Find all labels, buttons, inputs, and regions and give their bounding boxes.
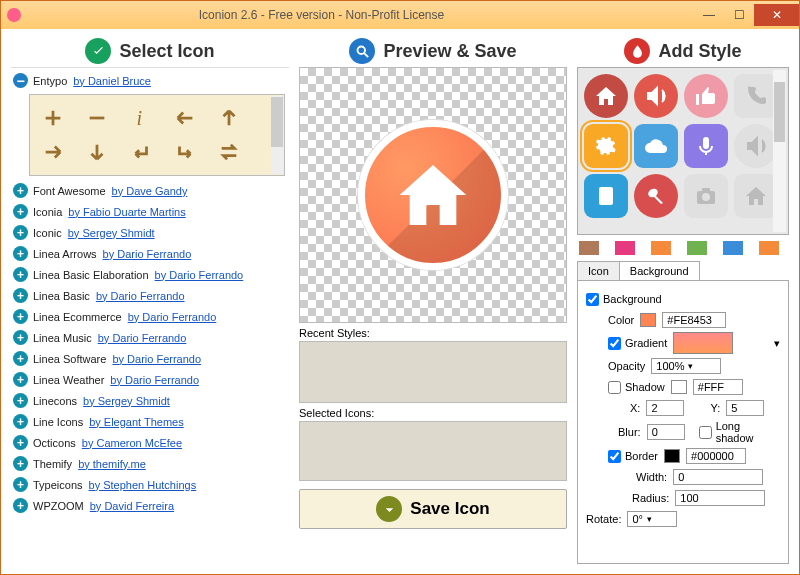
shadow-checkbox[interactable] [608,381,621,394]
pack-row[interactable]: +Linea Basicby Dario Ferrando [11,285,289,306]
pack-author-link[interactable]: by Sergey Shmidt [83,395,170,407]
pack-row[interactable]: +Linea Arrowsby Dario Ferrando [11,243,289,264]
color-input[interactable]: #FE8453 [662,312,726,328]
ret2-icon[interactable] [174,141,196,163]
style-preset[interactable] [734,174,778,218]
pack-row[interactable]: +Linea Basic Elaborationby Dario Ferrand… [11,264,289,285]
expand-icon[interactable]: + [13,393,28,408]
pack-author-link[interactable]: by Stephen Hutchings [89,479,197,491]
pack-author-link[interactable]: by Dario Ferrando [103,248,192,260]
color-swatch[interactable] [687,241,707,255]
minus-icon[interactable] [86,107,108,129]
gradient-dropdown[interactable]: ▾ [774,337,780,350]
border-width-input[interactable] [673,469,763,485]
style-preset[interactable] [634,74,678,118]
pack-author-link[interactable]: by Dario Ferrando [98,332,187,344]
pack-author-link[interactable]: by Dave Gandy [112,185,188,197]
aright-icon[interactable] [42,141,64,163]
pack-author-link[interactable]: by themify.me [78,458,146,470]
color-swatch[interactable] [579,241,599,255]
expand-icon[interactable]: + [13,246,28,261]
pack-row[interactable]: +Font Awesomeby Dave Gandy [11,180,289,201]
close-button[interactable]: ✕ [754,4,799,26]
aup-icon[interactable] [218,107,240,129]
expand-icon[interactable]: + [13,414,28,429]
pack-author-link[interactable]: by Dario Ferrando [96,290,185,302]
blur-input[interactable] [647,424,685,440]
pack-row[interactable]: −Entypoby Daniel Bruce [11,70,289,91]
info-icon[interactable] [130,107,152,129]
aleft-icon[interactable] [174,107,196,129]
style-preset[interactable] [584,174,628,218]
expand-icon[interactable]: + [13,372,28,387]
expand-icon[interactable]: + [13,477,28,492]
style-preset[interactable] [684,124,728,168]
swap-icon[interactable] [218,141,240,163]
style-preset[interactable] [584,74,628,118]
expand-icon[interactable]: + [13,267,28,282]
style-preset[interactable] [684,174,728,218]
expand-icon[interactable]: + [13,498,28,513]
shadow-x-input[interactable] [646,400,684,416]
icon-grid-scrollbar[interactable] [271,96,283,174]
background-checkbox[interactable] [586,293,599,306]
minimize-button[interactable]: — [694,4,724,26]
pack-author-link[interactable]: by David Ferreira [90,500,174,512]
plus-icon[interactable] [42,107,64,129]
pack-row[interactable]: +Lineconsby Sergey Shmidt [11,390,289,411]
pack-row[interactable]: +Linea Musicby Dario Ferrando [11,327,289,348]
color-chip[interactable] [640,313,656,327]
style-preset[interactable] [634,124,678,168]
pack-row[interactable]: +Iconicby Sergey Shmidt [11,222,289,243]
adown-icon[interactable] [86,141,108,163]
maximize-button[interactable]: ☐ [724,4,754,26]
border-radius-input[interactable] [675,490,765,506]
expand-icon[interactable]: + [13,225,28,240]
pack-author-link[interactable]: by Daniel Bruce [73,75,151,87]
expand-icon[interactable]: + [13,204,28,219]
tab-icon[interactable]: Icon [577,261,620,280]
gradient-preview[interactable] [673,332,733,354]
border-color-input[interactable]: #000000 [686,448,746,464]
selected-icons-box[interactable] [299,421,567,481]
opacity-dropdown[interactable]: 100% [651,358,721,374]
ret1-icon[interactable] [130,141,152,163]
pack-author-link[interactable]: by Dario Ferrando [155,269,244,281]
pack-row[interactable]: +Iconiaby Fabio Duarte Martins [11,201,289,222]
style-preset[interactable] [584,124,628,168]
style-preset[interactable] [734,124,778,168]
expand-icon[interactable]: + [13,309,28,324]
tab-background[interactable]: Background [619,261,700,280]
collapse-icon[interactable]: − [13,73,28,88]
expand-icon[interactable]: + [13,456,28,471]
pack-author-link[interactable]: by Cameron McEfee [82,437,182,449]
pack-row[interactable]: +Octiconsby Cameron McEfee [11,432,289,453]
expand-icon[interactable]: + [13,288,28,303]
shadow-color-chip[interactable] [671,380,687,394]
color-swatch[interactable] [651,241,671,255]
recent-styles-box[interactable] [299,341,567,403]
pack-author-link[interactable]: by Elegant Themes [89,416,184,428]
expand-icon[interactable]: + [13,183,28,198]
expand-icon[interactable]: + [13,330,28,345]
border-color-chip[interactable] [664,449,680,463]
expand-icon[interactable]: + [13,435,28,450]
pack-author-link[interactable]: by Fabio Duarte Martins [68,206,185,218]
long-shadow-checkbox[interactable] [699,426,712,439]
pack-author-link[interactable]: by Dario Ferrando [110,374,199,386]
pack-author-link[interactable]: by Dario Ferrando [128,311,217,323]
color-swatch[interactable] [615,241,635,255]
save-icon-button[interactable]: Save Icon [299,489,567,529]
style-preset[interactable] [634,174,678,218]
border-checkbox[interactable] [608,450,621,463]
pack-row[interactable]: +Linea Weatherby Dario Ferrando [11,369,289,390]
pack-row[interactable]: +Linea Softwareby Dario Ferrando [11,348,289,369]
pack-row[interactable]: +Themifyby themify.me [11,453,289,474]
styles-scrollbar[interactable] [773,70,786,232]
shadow-color-input[interactable]: #FFF [693,379,743,395]
style-preset[interactable] [734,74,778,118]
pack-author-link[interactable]: by Dario Ferrando [112,353,201,365]
gradient-checkbox[interactable] [608,337,621,350]
color-swatch[interactable] [759,241,779,255]
color-swatch[interactable] [723,241,743,255]
